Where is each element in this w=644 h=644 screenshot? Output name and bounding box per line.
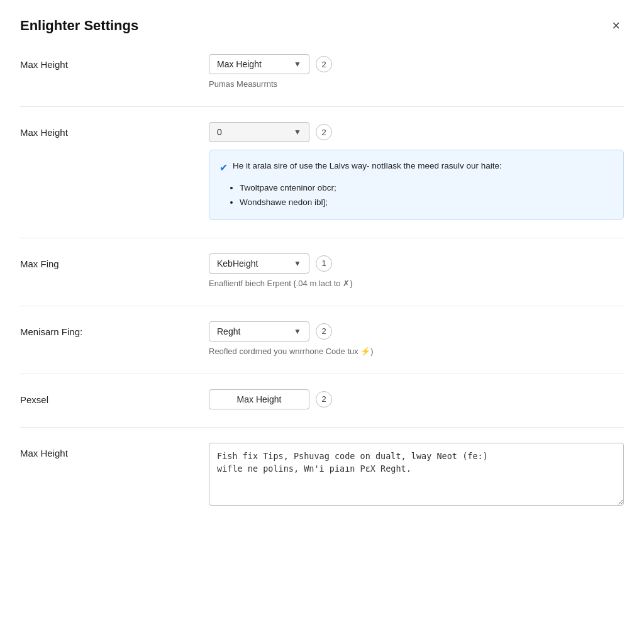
divider bbox=[20, 374, 624, 374]
close-button[interactable]: × bbox=[608, 18, 624, 34]
label-menisarn-fing: Menisarn Fing: bbox=[20, 321, 209, 337]
dropdown-value-max-height-2: 0 bbox=[217, 127, 222, 137]
dropdown-arrow-max-height-1: ▼ bbox=[294, 60, 301, 69]
hint-max-height-1: Pumas Measurrnts bbox=[209, 79, 624, 89]
dropdown-value-menisarn-fing: Reght bbox=[217, 326, 240, 336]
divider bbox=[20, 306, 624, 306]
setting-row-max-fing: Max FingKebHeight▼1Enaflientf biech Erpe… bbox=[20, 253, 624, 288]
dropdown-arrow-menisarn-fing: ▼ bbox=[294, 327, 301, 336]
info-list-item: Wondshawe nedon ibl]; bbox=[240, 196, 613, 209]
dropdown-value-max-fing: KebHeight bbox=[217, 258, 258, 269]
divider bbox=[20, 427, 624, 428]
label-max-height-2: Max Height bbox=[20, 122, 209, 138]
control-max-height-textarea bbox=[209, 443, 624, 506]
control-row-max-height-1: Max Height▼2 bbox=[209, 54, 624, 74]
setting-row-max-height-2: Max Height0▼2✔He it arala sire of use th… bbox=[20, 122, 624, 220]
info-box-max-height-2: ✔He it arala sire of use the Lalvs way- … bbox=[209, 150, 624, 220]
badge-max-fing: 1 bbox=[316, 255, 332, 272]
label-max-fing: Max Fing bbox=[20, 253, 209, 269]
control-max-height-2: 0▼2✔He it arala sire of use the Lalvs wa… bbox=[209, 122, 624, 220]
setting-row-menisarn-fing: Menisarn Fing:Reght▼2Reofled cordrned yo… bbox=[20, 321, 624, 356]
control-row-max-height-2: 0▼2 bbox=[209, 122, 624, 142]
control-menisarn-fing: Reght▼2Reofled cordrned you wnrrhone Cod… bbox=[209, 321, 624, 356]
badge-max-height-1: 2 bbox=[316, 56, 332, 72]
info-main-max-height-2: He it arala sire of use the Lalvs way- n… bbox=[233, 159, 502, 173]
hint-max-fing: Enaflientf biech Erpent {.04 m lact to ✗… bbox=[209, 279, 624, 288]
dropdown-menisarn-fing[interactable]: Reght▼ bbox=[209, 321, 309, 341]
label-max-height-textarea: Max Height bbox=[20, 443, 209, 458]
control-pexsel: Max Height2 bbox=[209, 389, 624, 409]
settings-container: Max HeightMax Height▼2Pumas MeasurrntsMa… bbox=[20, 54, 624, 506]
control-row-pexsel: Max Height2 bbox=[209, 389, 624, 409]
info-list-max-height-2: Twoltpave cnteninor obcr;Wondshawe nedon… bbox=[240, 181, 613, 209]
badge-pexsel: 2 bbox=[316, 391, 332, 408]
dropdown-max-height-1[interactable]: Max Height▼ bbox=[209, 54, 309, 74]
setting-row-pexsel: PexselMax Height2 bbox=[20, 389, 624, 409]
info-list-item: Twoltpave cnteninor obcr; bbox=[240, 181, 613, 195]
badge-max-height-2: 2 bbox=[316, 124, 332, 140]
check-icon: ✔ bbox=[219, 160, 228, 176]
info-box-header-max-height-2: ✔He it arala sire of use the Lalvs way- … bbox=[219, 159, 613, 176]
control-row-menisarn-fing: Reght▼2 bbox=[209, 321, 624, 341]
textarea-max-height-textarea[interactable] bbox=[209, 443, 624, 506]
dropdown-arrow-max-height-2: ▼ bbox=[294, 128, 301, 136]
control-max-height-1: Max Height▼2Pumas Measurrnts bbox=[209, 54, 624, 89]
label-pexsel: Pexsel bbox=[20, 389, 209, 405]
setting-row-max-height-textarea: Max Height bbox=[20, 443, 624, 506]
dialog-header: Enlighter Settings × bbox=[20, 18, 624, 34]
divider bbox=[20, 106, 624, 107]
badge-menisarn-fing: 2 bbox=[316, 323, 332, 340]
label-max-height-1: Max Height bbox=[20, 54, 209, 70]
dropdown-value-max-height-1: Max Height bbox=[217, 59, 262, 69]
hint-menisarn-fing: Reofled cordrned you wnrrhone Code tux ⚡… bbox=[209, 347, 624, 356]
control-max-fing: KebHeight▼1Enaflientf biech Erpent {.04 … bbox=[209, 253, 624, 288]
dropdown-arrow-max-fing: ▼ bbox=[294, 259, 301, 268]
dropdown-max-fing[interactable]: KebHeight▼ bbox=[209, 253, 309, 274]
setting-row-max-height-1: Max HeightMax Height▼2Pumas Measurrnts bbox=[20, 54, 624, 89]
dialog-title: Enlighter Settings bbox=[20, 18, 138, 34]
action-button-pexsel[interactable]: Max Height bbox=[209, 389, 309, 409]
dropdown-max-height-2[interactable]: 0▼ bbox=[209, 122, 309, 142]
control-row-max-fing: KebHeight▼1 bbox=[209, 253, 624, 274]
divider bbox=[20, 238, 624, 238]
settings-dialog: Enlighter Settings × Max HeightMax Heigh… bbox=[0, 0, 644, 644]
